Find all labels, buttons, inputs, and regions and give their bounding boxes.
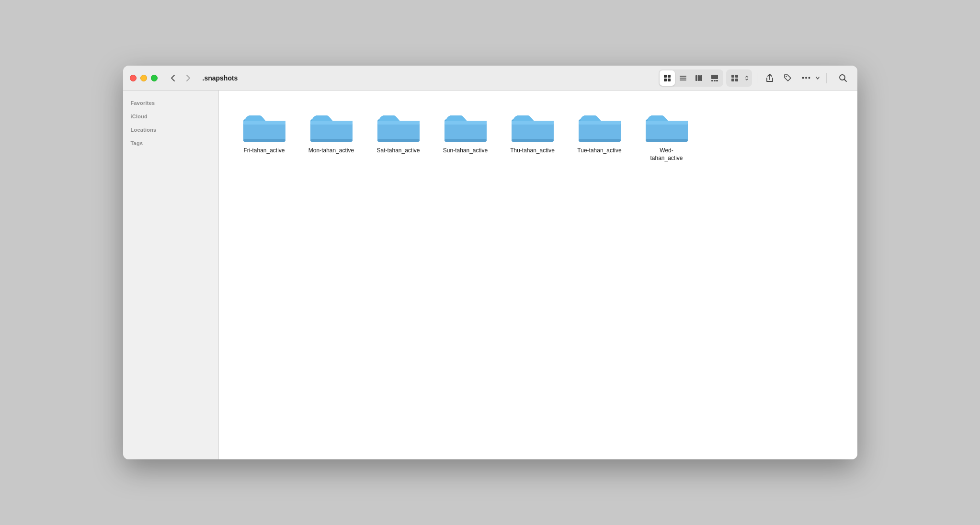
folder-name: Sun-tahan_active	[443, 147, 488, 155]
svg-rect-14	[731, 75, 734, 78]
folder-item[interactable]: Mon-tahan_active	[300, 105, 363, 166]
svg-rect-6	[680, 80, 686, 80]
folder-item[interactable]: Tue-tahan_active	[569, 105, 631, 166]
folder-icon	[377, 109, 420, 143]
folder-icon	[645, 109, 688, 143]
svg-rect-16	[731, 79, 734, 81]
svg-rect-24	[243, 121, 285, 125]
gallery-view-button[interactable]	[707, 70, 722, 86]
sidebar-section-favorites: Favorites	[123, 98, 218, 108]
forward-button[interactable]	[182, 71, 195, 85]
sidebar-section-icloud: iCloud	[123, 112, 218, 121]
svg-rect-25	[243, 139, 285, 142]
toolbar-separator-1	[757, 73, 757, 83]
svg-rect-3	[668, 79, 671, 81]
svg-rect-31	[377, 139, 420, 142]
folder-icon	[511, 109, 554, 143]
search-button[interactable]	[835, 70, 851, 86]
folder-name: Sat-tahan_active	[376, 147, 420, 155]
folder-name: Fri-tahan_active	[243, 147, 285, 155]
svg-rect-17	[735, 79, 738, 81]
sidebar-locations-label: Locations	[123, 125, 218, 135]
window-title: .snapshots	[203, 74, 238, 82]
svg-rect-0	[664, 75, 667, 78]
svg-rect-9	[700, 75, 702, 81]
view-mode-group	[659, 69, 723, 87]
svg-rect-7	[695, 75, 697, 81]
back-button[interactable]	[166, 71, 180, 85]
folder-item[interactable]: Wed-tahan_active	[636, 105, 698, 166]
svg-rect-4	[680, 76, 686, 77]
svg-point-20	[805, 77, 807, 79]
svg-rect-1	[668, 75, 671, 78]
folder-name: Wed-tahan_active	[650, 147, 683, 162]
svg-point-19	[802, 77, 804, 79]
finder-window: .snapshots	[123, 66, 857, 459]
svg-rect-2	[664, 79, 667, 81]
svg-rect-27	[310, 121, 353, 125]
svg-rect-8	[698, 75, 700, 81]
svg-rect-15	[735, 75, 738, 78]
svg-rect-13	[716, 80, 718, 81]
folder-item[interactable]: Thu-tahan_active	[501, 105, 564, 166]
sidebar-section-tags: Tags	[123, 138, 218, 148]
folder-item[interactable]: Fri-tahan_active	[233, 105, 296, 166]
folder-icon	[310, 109, 353, 143]
folder-item[interactable]: Sat-tahan_active	[367, 105, 430, 166]
svg-rect-34	[444, 139, 487, 142]
close-button[interactable]	[130, 75, 137, 81]
svg-rect-12	[714, 80, 716, 81]
svg-rect-10	[711, 75, 718, 79]
more-button[interactable]	[798, 70, 814, 86]
toolbar-separator-2	[826, 73, 827, 83]
svg-point-18	[786, 76, 786, 77]
sidebar-icloud-label: iCloud	[123, 112, 218, 121]
content-area: Favorites iCloud Locations Tags	[123, 91, 857, 459]
more-options-group	[798, 70, 821, 86]
toolbar-right	[659, 69, 851, 87]
svg-rect-36	[512, 121, 554, 125]
folder-icon	[243, 109, 286, 143]
list-view-button[interactable]	[675, 70, 691, 86]
minimize-button[interactable]	[140, 75, 147, 81]
svg-rect-5	[680, 78, 686, 79]
main-content: Fri-tahan_active Mon-tahan_active	[219, 91, 857, 459]
group-dropdown-group	[726, 69, 752, 87]
group-by-button[interactable]	[727, 70, 742, 86]
more-dropdown-button[interactable]	[814, 70, 821, 86]
svg-rect-39	[579, 121, 621, 125]
svg-rect-30	[377, 121, 420, 125]
folder-grid: Fri-tahan_active Mon-tahan_active	[228, 100, 848, 171]
svg-rect-40	[579, 139, 621, 142]
svg-rect-33	[444, 121, 487, 125]
folder-name: Mon-tahan_active	[308, 147, 354, 155]
sidebar-section-locations: Locations	[123, 125, 218, 135]
folder-name: Tue-tahan_active	[577, 147, 621, 155]
icon-view-button[interactable]	[660, 70, 675, 86]
share-button[interactable]	[762, 70, 777, 86]
svg-rect-43	[646, 139, 688, 142]
folder-name: Thu-tahan_active	[510, 147, 555, 155]
nav-buttons	[166, 71, 195, 85]
sidebar-favorites-label: Favorites	[123, 98, 218, 108]
titlebar: .snapshots	[123, 66, 857, 91]
sidebar-tags-label: Tags	[123, 138, 218, 148]
sidebar: Favorites iCloud Locations Tags	[123, 91, 219, 459]
folder-icon	[444, 109, 487, 143]
svg-rect-11	[711, 80, 713, 81]
column-view-button[interactable]	[691, 70, 707, 86]
svg-rect-28	[310, 139, 353, 142]
folder-item[interactable]: Sun-tahan_active	[434, 105, 497, 166]
folder-icon	[578, 109, 621, 143]
traffic-lights	[130, 75, 158, 81]
svg-rect-37	[512, 139, 554, 142]
maximize-button[interactable]	[151, 75, 158, 81]
group-dropdown-button[interactable]	[742, 70, 751, 86]
svg-rect-42	[646, 121, 688, 125]
tag-button[interactable]	[780, 70, 796, 86]
svg-point-21	[808, 77, 810, 79]
